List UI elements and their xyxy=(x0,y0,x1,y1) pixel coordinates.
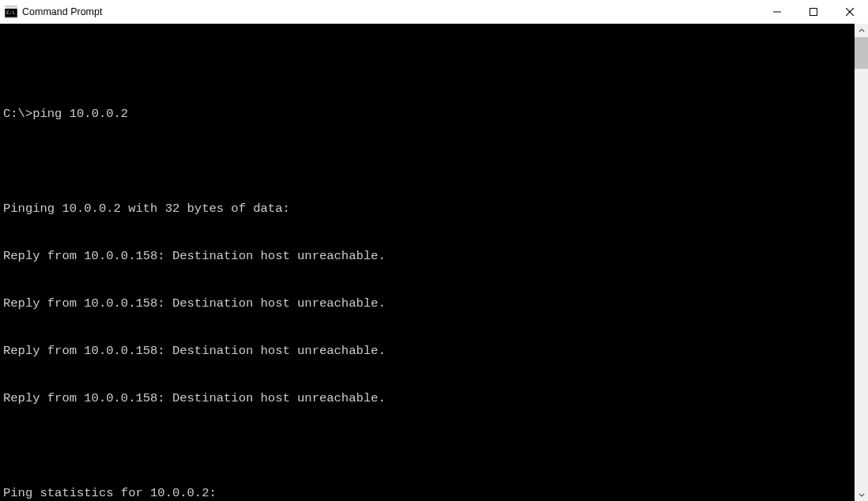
svg-text:C:\: C:\ xyxy=(6,9,15,15)
cmd-app-icon: C:\ xyxy=(5,6,17,18)
scrollbar-track[interactable] xyxy=(855,37,868,488)
close-button[interactable] xyxy=(832,0,868,24)
terminal-output[interactable]: C:\>ping 10.0.0.2 Pinging 10.0.0.2 with … xyxy=(0,24,855,501)
window-controls xyxy=(759,0,868,24)
command-line: C:\>ping 10.0.0.2 xyxy=(3,106,855,122)
minimize-button[interactable] xyxy=(759,0,795,24)
prompt-text: C:\> xyxy=(3,107,32,121)
svg-rect-1 xyxy=(5,6,17,9)
scrollbar-thumb[interactable] xyxy=(855,37,868,69)
maximize-button[interactable] xyxy=(795,0,832,24)
output-line: Reply from 10.0.0.158: Destination host … xyxy=(3,390,855,406)
output-line: Reply from 10.0.0.158: Destination host … xyxy=(3,248,855,264)
output-line: Pinging 10.0.0.2 with 32 bytes of data: xyxy=(3,201,855,217)
stats-header: Ping statistics for 10.0.0.2: xyxy=(3,485,855,501)
svg-rect-4 xyxy=(810,9,817,16)
title-bar: C:\ Command Prompt xyxy=(0,0,868,24)
scroll-down-button[interactable] xyxy=(855,488,868,501)
output-line: Reply from 10.0.0.158: Destination host … xyxy=(3,343,855,359)
client-area: C:\>ping 10.0.0.2 Pinging 10.0.0.2 with … xyxy=(0,24,868,501)
window-title: Command Prompt xyxy=(22,6,102,17)
entered-command: ping 10.0.0.2 xyxy=(32,107,128,121)
vertical-scrollbar[interactable] xyxy=(855,24,868,501)
scroll-up-button[interactable] xyxy=(855,24,868,37)
output-line: Reply from 10.0.0.158: Destination host … xyxy=(3,296,855,311)
